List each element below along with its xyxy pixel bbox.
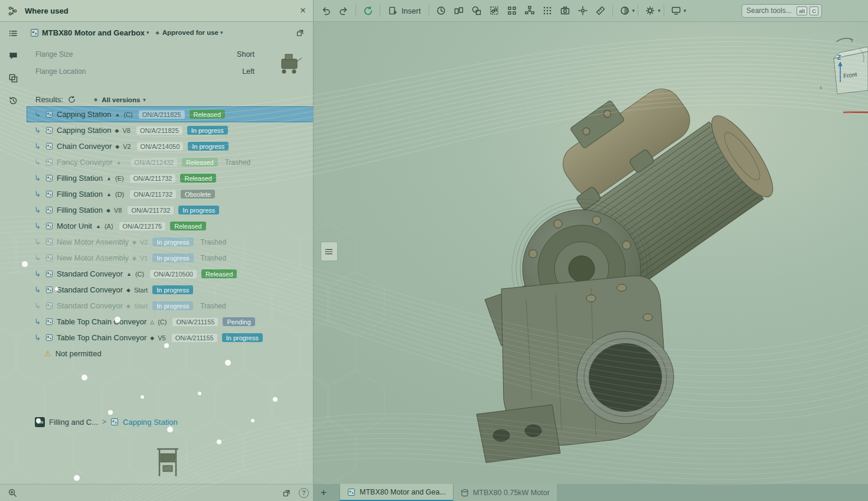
child-arrow-icon: ↳ bbox=[34, 126, 42, 135]
explode-icon[interactable] bbox=[574, 2, 592, 19]
where-used-row[interactable]: ↳ Table Top Chain Conveyor ◆ V5 ON/A/211… bbox=[27, 330, 314, 346]
row-revision-marker-icon: △ bbox=[150, 319, 154, 325]
row-revision-label: (A) bbox=[105, 223, 113, 230]
where-used-row[interactable]: ↳ Filling Station ▲ (D) ON/A/211732 Obso… bbox=[27, 186, 314, 202]
row-revision-marker-icon: ▲ bbox=[106, 175, 112, 181]
row-revision-marker-icon: ▲ bbox=[116, 160, 122, 165]
row-revision-label: V2 bbox=[140, 239, 148, 246]
add-tab-button[interactable]: + bbox=[314, 484, 334, 501]
linear-pattern-icon[interactable] bbox=[503, 2, 521, 19]
open-document-icon[interactable] bbox=[292, 25, 308, 40]
display-options-icon[interactable] bbox=[667, 2, 685, 19]
document-title[interactable]: MTBX80 Motor and Gearbox bbox=[42, 28, 145, 37]
warning-icon: ⚠ bbox=[44, 349, 51, 358]
where-used-row[interactable]: ↳ Filling Station ◆ V8 ON/A/211732 In pr… bbox=[27, 202, 314, 218]
row-part-number: ON/A/210500 bbox=[150, 270, 197, 278]
chevron-down-icon[interactable]: ▾ bbox=[146, 30, 149, 35]
child-arrow-icon: ↳ bbox=[34, 110, 42, 119]
appearance-icon[interactable] bbox=[641, 2, 659, 19]
assembly-doc-icon bbox=[45, 222, 53, 230]
where-used-row[interactable]: ↳ New Motor Assembly ◆ V1 In progress Tr… bbox=[27, 250, 314, 266]
snapshot-icon[interactable] bbox=[556, 2, 574, 19]
where-used-row[interactable]: ↳ Filling Station ▲ (E) ON/A/211732 Rele… bbox=[27, 170, 314, 186]
parts-list-icon[interactable] bbox=[6, 25, 21, 41]
help-icon[interactable]: ? bbox=[299, 488, 309, 498]
alt-key-hint: alt bbox=[797, 6, 807, 15]
where-used-row[interactable]: ↳ New Motor Assembly ◆ V2 In progress Tr… bbox=[27, 234, 314, 250]
where-used-row[interactable]: ↳ Motor Unit ▲ (A) ON/A/212175 Released bbox=[27, 218, 314, 234]
versions-filter[interactable]: All versions bbox=[102, 96, 140, 103]
row-trashed-label: Trashed bbox=[225, 158, 251, 167]
document-tab[interactable]: MTBX80 Motor and Gea... bbox=[340, 484, 453, 501]
sync-icon[interactable] bbox=[359, 2, 377, 19]
assembly-doc-icon bbox=[45, 286, 53, 294]
row-revision-label: V8 bbox=[114, 207, 122, 214]
row-part-number: ON/A/211732 bbox=[128, 206, 174, 214]
field-label: Flange Location bbox=[35, 67, 86, 76]
child-arrow-icon: ↳ bbox=[34, 158, 42, 167]
assembly-doc-icon bbox=[45, 238, 53, 246]
where-used-row[interactable]: ↳ Standard Conveyor ◆ Start In progress … bbox=[27, 298, 314, 314]
where-used-row[interactable]: ↳ Standard Conveyor ▲ (C) ON/A/210500 Re… bbox=[27, 266, 314, 282]
chevron-down-icon[interactable]: ▾ bbox=[143, 97, 146, 103]
comments-icon[interactable] bbox=[6, 48, 21, 63]
assembly-doc-icon bbox=[45, 318, 53, 326]
row-name: Filling Station bbox=[57, 174, 103, 183]
redo-icon[interactable] bbox=[335, 2, 353, 19]
chevron-down-icon[interactable]: ▾ bbox=[684, 8, 687, 14]
row-name: New Motor Assembly bbox=[57, 253, 129, 262]
row-status-badge: In progress bbox=[152, 301, 193, 310]
search-tools-box[interactable]: alt C bbox=[742, 4, 822, 18]
child-arrow-icon: ↳ bbox=[34, 285, 42, 294]
version-diamond-icon: ◆ bbox=[94, 97, 97, 102]
child-arrow-icon: ↳ bbox=[34, 301, 42, 310]
chevron-down-icon[interactable]: ▾ bbox=[658, 8, 661, 14]
where-used-row[interactable]: ↳ Fancy Conveyor ▲ ON/A/212432 Released … bbox=[27, 154, 314, 170]
structure-panel-toggle[interactable] bbox=[321, 242, 338, 261]
field-value[interactable]: Short bbox=[237, 50, 254, 58]
where-used-icon bbox=[5, 3, 20, 18]
chevron-down-icon[interactable]: ▾ bbox=[632, 8, 635, 14]
refresh-results-icon[interactable] bbox=[67, 95, 76, 104]
row-revision-label: V8 bbox=[122, 127, 130, 134]
where-used-row[interactable]: ↳ Table Top Chain Conveyor △ (C) ON/A/21… bbox=[27, 314, 314, 330]
where-used-row[interactable]: ↳ Capping Station ◆ V8 ON/A/211825 In pr… bbox=[27, 122, 314, 138]
row-status-badge: In progress bbox=[152, 285, 193, 294]
document-tab[interactable]: MTBX80 0.75kW Motor bbox=[453, 484, 557, 501]
viewport-canvas[interactable]: Front Z ‹ bbox=[314, 22, 868, 484]
child-arrow-icon: ↳ bbox=[34, 190, 42, 199]
where-used-row[interactable]: ↳ Standard Conveyor ◆ Start In progress bbox=[27, 282, 314, 298]
assembly-icon bbox=[30, 28, 39, 37]
replicate-icon[interactable] bbox=[539, 2, 556, 19]
row-status-badge: In progress bbox=[222, 333, 263, 342]
row-trashed-label: Trashed bbox=[200, 302, 226, 310]
breadcrumb-current[interactable]: Capping Station bbox=[123, 418, 178, 427]
document-status[interactable]: Approved for use bbox=[162, 29, 218, 36]
circular-pattern-icon[interactable] bbox=[521, 2, 539, 19]
document-tab-bar: + MTBX80 Motor and Gea... MTBX80 0.75kW … bbox=[314, 484, 868, 501]
breadcrumb-document[interactable]: Filling and C... bbox=[49, 418, 98, 427]
row-revision-label: (C) bbox=[135, 271, 144, 278]
row-name: Capping Station bbox=[57, 110, 112, 119]
insert-button[interactable]: Insert bbox=[383, 4, 426, 18]
row-status-badge: Pending bbox=[223, 317, 254, 326]
search-tools-input[interactable] bbox=[745, 6, 794, 15]
version-history-icon[interactable] bbox=[6, 93, 21, 108]
where-used-row[interactable]: ↳ Chain Conveyor ◆ V2 ON/A/214050 In pro… bbox=[27, 138, 314, 154]
results-header: Results: ◆ All versions ▾ bbox=[35, 95, 310, 104]
undo-icon[interactable] bbox=[317, 2, 335, 19]
fasten-icon[interactable] bbox=[468, 2, 485, 19]
field-value[interactable]: Left bbox=[242, 67, 254, 76]
child-arrow-icon: ↳ bbox=[34, 174, 42, 183]
close-icon[interactable]: × bbox=[295, 2, 311, 19]
history-icon[interactable] bbox=[432, 2, 450, 19]
section-view-icon[interactable] bbox=[616, 2, 634, 19]
tables-icon[interactable] bbox=[6, 70, 21, 86]
chevron-down-icon[interactable]: ▾ bbox=[220, 30, 223, 35]
pop-out-panel-icon[interactable] bbox=[279, 485, 294, 500]
group-icon[interactable] bbox=[485, 2, 503, 19]
search-magnifier-icon[interactable] bbox=[5, 485, 20, 500]
where-used-row[interactable]: ↳ Capping Station ▲ (C) ON/A/211825 Rele… bbox=[27, 106, 314, 122]
mate-icon[interactable] bbox=[450, 2, 468, 19]
measure-icon[interactable] bbox=[592, 2, 609, 19]
